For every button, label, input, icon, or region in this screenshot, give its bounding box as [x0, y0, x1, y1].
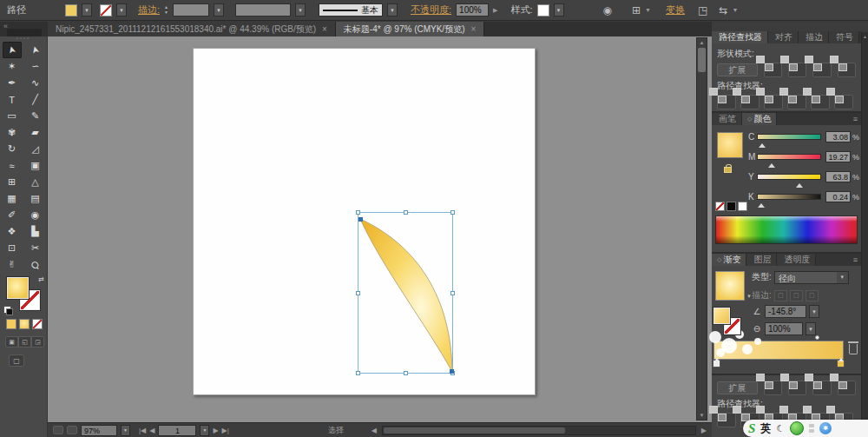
- scale-tool[interactable]: ◿: [26, 141, 45, 157]
- first-artboard-icon[interactable]: |◀: [139, 427, 146, 434]
- horizontal-scroll-thumb[interactable]: [384, 427, 565, 434]
- stroke-weight-dropdown-icon[interactable]: ▼: [214, 3, 224, 17]
- selection-handle[interactable]: [356, 210, 360, 215]
- document-tab[interactable]: Nipic_2457331_20111212161553018340.ai* @…: [48, 22, 336, 36]
- mesh-tool[interactable]: ▦: [3, 190, 22, 207]
- stroke-color-swatch[interactable]: [100, 4, 112, 17]
- channel-value-field[interactable]: 0.24: [825, 191, 851, 202]
- paintbrush-tool[interactable]: ✎: [26, 108, 45, 124]
- selection-handle[interactable]: [356, 371, 360, 375]
- none-swatch[interactable]: [715, 202, 725, 211]
- panel-tab-label[interactable]: 符号: [836, 31, 853, 43]
- zoom-tool[interactable]: Ϙ: [26, 256, 45, 273]
- pen-tool[interactable]: ✒: [3, 75, 22, 91]
- ime-more-icon[interactable]: [809, 424, 814, 433]
- recolor-artwork-icon[interactable]: ◉: [603, 4, 612, 17]
- channel-slider[interactable]: [757, 194, 821, 200]
- panel-tab-label[interactable]: 透明度: [784, 254, 810, 266]
- panel-tab[interactable]: 路径查找器: [712, 31, 768, 43]
- scroll-down-icon[interactable]: ▼: [700, 413, 705, 418]
- shear-dropdown-icon[interactable]: ▼: [732, 7, 738, 13]
- minus-front[interactable]: [788, 63, 806, 77]
- style-swatch[interactable]: [537, 4, 549, 17]
- channel-slider[interactable]: [757, 134, 821, 140]
- dropdown-icon[interactable]: ▼: [837, 272, 848, 283]
- channel-value-field[interactable]: 3.08: [825, 131, 851, 142]
- angle-dropdown-icon[interactable]: ▼: [809, 305, 819, 318]
- horizontal-scrollbar[interactable]: [382, 426, 696, 435]
- panel-tab-label[interactable]: 颜色: [753, 113, 771, 125]
- width-profile-field[interactable]: [235, 3, 291, 17]
- close-icon[interactable]: ×: [470, 24, 476, 34]
- slider-thumb[interactable]: [759, 140, 766, 148]
- artboard-tool[interactable]: ⊡: [3, 240, 22, 256]
- sogou-logo[interactable]: S: [748, 421, 755, 436]
- stroke-dropdown-icon[interactable]: ▼: [116, 3, 127, 17]
- brush-definition-dropdown-icon[interactable]: ▼: [387, 3, 398, 17]
- document-tab-title[interactable]: Nipic_2457331_20111212161553018340.ai* @…: [56, 23, 316, 36]
- merge[interactable]: [764, 95, 783, 109]
- stroke-weight-stepper[interactable]: ▲ ▼: [164, 5, 168, 15]
- lasso-tool[interactable]: ∽: [26, 58, 45, 75]
- document-tab[interactable]: 未标题-4* @ 97% (CMYK/预览) ×: [336, 22, 484, 36]
- free-transform-tool[interactable]: ▣: [26, 157, 45, 174]
- stroke-gradient-across-button[interactable]: ▢: [806, 290, 819, 301]
- gradient-fill-proxy[interactable]: [713, 308, 730, 324]
- fill-dropdown-icon[interactable]: ▼: [82, 3, 92, 17]
- artboard-number-field[interactable]: 1: [158, 425, 196, 436]
- prev-artboard-icon[interactable]: ◀: [149, 427, 155, 434]
- slider-thumb[interactable]: [768, 160, 775, 168]
- panel-menu-icon[interactable]: ≡: [850, 113, 861, 125]
- rectangle-tool[interactable]: ▭: [3, 108, 22, 124]
- aspect-dropdown-icon[interactable]: ▼: [806, 322, 816, 335]
- align-icon[interactable]: ⊞: [632, 4, 641, 17]
- canvas[interactable]: ▲ ▼: [48, 36, 712, 422]
- divide[interactable]: [717, 413, 736, 427]
- perspective-grid-tool[interactable]: △: [26, 174, 45, 190]
- fill-color-swatch[interactable]: [65, 4, 77, 17]
- hand-tool[interactable]: ✌: [3, 256, 22, 273]
- gradient-thumbnail[interactable]: [715, 271, 745, 301]
- opacity-next-icon[interactable]: ▶: [493, 7, 497, 14]
- zoom-dropdown-icon[interactable]: ▼: [121, 425, 130, 436]
- scroll-up-icon[interactable]: ▲: [863, 34, 867, 39]
- stroke-weight-link[interactable]: 描边:: [138, 3, 160, 17]
- minus-front[interactable]: [788, 381, 806, 395]
- none-mode-swatch[interactable]: [32, 319, 43, 329]
- vertical-scroll-thumb[interactable]: [698, 48, 706, 72]
- unite[interactable]: [764, 381, 782, 395]
- expand-button[interactable]: 扩展: [717, 381, 758, 394]
- gradient-tool[interactable]: ▤: [26, 190, 45, 207]
- color-mode-swatch[interactable]: [6, 319, 16, 329]
- swap-fill-stroke-icon[interactable]: ⇄: [38, 275, 44, 283]
- status-bar-icon[interactable]: [53, 426, 63, 434]
- type-tool[interactable]: T: [3, 91, 22, 108]
- minus-back[interactable]: [834, 95, 853, 109]
- align-dropdown-icon[interactable]: ▼: [645, 7, 651, 13]
- panel-tab-label[interactable]: 画笔: [719, 113, 736, 125]
- width-profile-dropdown-icon[interactable]: ▼: [295, 3, 306, 17]
- panel-tab-label[interactable]: 渐变: [723, 254, 740, 266]
- slice-tool[interactable]: ✂: [26, 240, 45, 256]
- width-tool[interactable]: ≈: [3, 157, 22, 174]
- intersect[interactable]: [812, 63, 831, 77]
- slider-thumb[interactable]: [796, 180, 803, 188]
- stroke-gradient-within-button[interactable]: ▢: [774, 290, 787, 301]
- gradient-stop-right[interactable]: [837, 360, 845, 367]
- panel-tab-label[interactable]: 对齐: [775, 31, 792, 43]
- divide[interactable]: [717, 95, 736, 109]
- panel-tab[interactable]: 画笔: [712, 113, 742, 125]
- selection-bounding-box[interactable]: [358, 212, 453, 374]
- panel-tab[interactable]: 图层: [746, 254, 777, 266]
- panel-tab-label[interactable]: 路径查找器: [719, 31, 762, 43]
- opacity-link[interactable]: 不透明度:: [411, 3, 451, 17]
- screen-mode-button[interactable]: ▢: [9, 354, 24, 367]
- eyedropper-tool[interactable]: ✐: [3, 207, 22, 223]
- opacity-field[interactable]: 100%: [456, 3, 489, 17]
- line-segment-tool[interactable]: ╱: [26, 91, 45, 108]
- outline[interactable]: [811, 95, 830, 109]
- selection-handle[interactable]: [404, 371, 408, 375]
- channel-slider[interactable]: [757, 174, 821, 180]
- close-icon[interactable]: ×: [322, 24, 327, 34]
- gradient-stop-left[interactable]: [713, 360, 720, 367]
